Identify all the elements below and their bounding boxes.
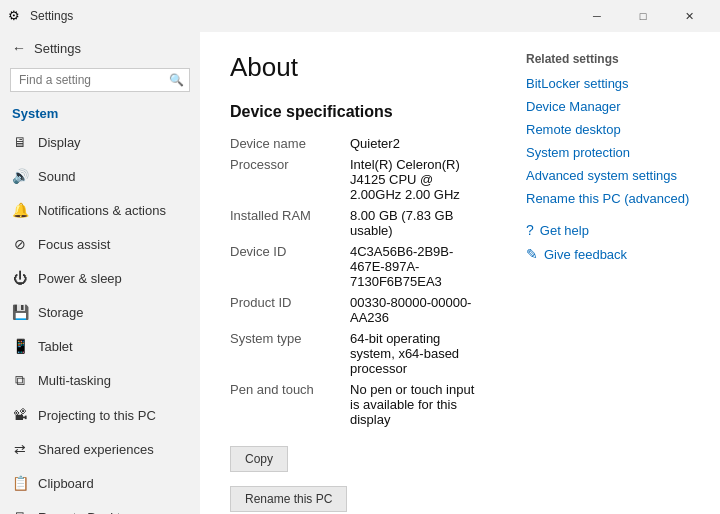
related-link[interactable]: Advanced system settings — [526, 168, 704, 183]
help-icon: ✎ — [526, 246, 538, 262]
sidebar-item-power[interactable]: ⏻ Power & sleep — [0, 261, 200, 295]
sidebar-item-label: Shared experiences — [38, 442, 154, 457]
sidebar-item-notifications[interactable]: 🔔 Notifications & actions — [0, 193, 200, 227]
titlebar-title: Settings — [30, 9, 574, 23]
settings-icon: ⚙ — [8, 8, 24, 24]
close-button[interactable]: ✕ — [666, 0, 712, 32]
titlebar: ⚙ Settings ─ □ ✕ — [0, 0, 720, 32]
sidebar-item-label: Display — [38, 135, 81, 150]
spec-value: Quieter2 — [350, 133, 480, 154]
power-icon: ⏻ — [12, 270, 28, 286]
sidebar-item-tablet[interactable]: 📱 Tablet — [0, 329, 200, 363]
table-row: Device nameQuieter2 — [230, 133, 480, 154]
sidebar-item-clipboard[interactable]: 📋 Clipboard — [0, 466, 200, 500]
sidebar-item-label: Tablet — [38, 339, 73, 354]
sidebar-item-label: Remote Desktop — [38, 510, 135, 515]
related-link[interactable]: System protection — [526, 145, 704, 160]
sidebar-item-label: Focus assist — [38, 237, 110, 252]
related-settings-panel: Related settings BitLocker settingsDevic… — [510, 32, 720, 514]
focus-icon: ⊘ — [12, 236, 28, 252]
sidebar-item-label: Storage — [38, 305, 84, 320]
sidebar: ← Settings 🔍 System 🖥 Display 🔊 Sound 🔔 … — [0, 32, 200, 514]
rename-pc-button[interactable]: Rename this PC — [230, 486, 347, 512]
display-icon: 🖥 — [12, 134, 28, 150]
sidebar-item-sound[interactable]: 🔊 Sound — [0, 159, 200, 193]
help-icon: ? — [526, 222, 534, 238]
help-item[interactable]: ✎Give feedback — [526, 246, 704, 262]
shared-icon: ⇄ — [12, 441, 28, 457]
notifications-icon: 🔔 — [12, 202, 28, 218]
sidebar-item-display[interactable]: 🖥 Display — [0, 125, 200, 159]
sidebar-item-focus[interactable]: ⊘ Focus assist — [0, 227, 200, 261]
maximize-button[interactable]: □ — [620, 0, 666, 32]
spec-value: 4C3A56B6-2B9B-467E-897A-7130F6B75EA3 — [350, 241, 480, 292]
app-container: ← Settings 🔍 System 🖥 Display 🔊 Sound 🔔 … — [0, 32, 720, 514]
table-row: Installed RAM8.00 GB (7.83 GB usable) — [230, 205, 480, 241]
help-label: Give feedback — [544, 247, 627, 262]
related-links: BitLocker settingsDevice ManagerRemote d… — [526, 76, 704, 206]
sidebar-item-multitasking[interactable]: ⧉ Multi-tasking — [0, 363, 200, 398]
spec-label: Installed RAM — [230, 205, 350, 241]
table-row: System type64-bit operating system, x64-… — [230, 328, 480, 379]
sidebar-item-label: Clipboard — [38, 476, 94, 491]
sidebar-item-projecting[interactable]: 📽 Projecting to this PC — [0, 398, 200, 432]
spec-label: Product ID — [230, 292, 350, 328]
sound-icon: 🔊 — [12, 168, 28, 184]
related-link[interactable]: Rename this PC (advanced) — [526, 191, 704, 206]
clipboard-icon: 📋 — [12, 475, 28, 491]
sidebar-item-label: Power & sleep — [38, 271, 122, 286]
projecting-icon: 📽 — [12, 407, 28, 423]
multitasking-icon: ⧉ — [12, 372, 28, 389]
content-area: About Device specifications Device nameQ… — [200, 32, 510, 514]
remote-icon: 🖥 — [12, 509, 28, 514]
spec-label: Pen and touch — [230, 379, 350, 430]
search-box[interactable]: 🔍 — [10, 68, 190, 92]
copy-device-button[interactable]: Copy — [230, 446, 288, 472]
page-title: About — [230, 52, 480, 83]
spec-label: Device ID — [230, 241, 350, 292]
table-row: Device ID4C3A56B6-2B9B-467E-897A-7130F6B… — [230, 241, 480, 292]
table-row: Pen and touchNo pen or touch input is av… — [230, 379, 480, 430]
spec-value: 00330-80000-00000-AA236 — [350, 292, 480, 328]
search-icon: 🔍 — [169, 73, 184, 87]
table-row: ProcessorIntel(R) Celeron(R) J4125 CPU @… — [230, 154, 480, 205]
related-link[interactable]: Remote desktop — [526, 122, 704, 137]
spec-value: 8.00 GB (7.83 GB usable) — [350, 205, 480, 241]
related-settings-title: Related settings — [526, 52, 704, 66]
spec-label: Processor — [230, 154, 350, 205]
sidebar-back-button[interactable]: ← Settings — [0, 32, 200, 64]
sidebar-item-label: Multi-tasking — [38, 373, 111, 388]
sidebar-back-label: Settings — [34, 41, 81, 56]
sidebar-item-label: Projecting to this PC — [38, 408, 156, 423]
spec-value: No pen or touch input is available for t… — [350, 379, 480, 430]
related-help: ?Get help✎Give feedback — [526, 222, 704, 262]
sidebar-section-label: System — [0, 100, 200, 125]
sidebar-item-remote[interactable]: 🖥 Remote Desktop — [0, 500, 200, 514]
search-input[interactable] — [19, 73, 169, 87]
spec-value: 64-bit operating system, x64-based proce… — [350, 328, 480, 379]
spec-label: System type — [230, 328, 350, 379]
sidebar-item-storage[interactable]: 💾 Storage — [0, 295, 200, 329]
spec-value: Intel(R) Celeron(R) J4125 CPU @ 2.00GHz … — [350, 154, 480, 205]
device-specs-title: Device specifications — [230, 103, 480, 121]
window-controls: ─ □ ✕ — [574, 0, 712, 32]
device-specs-table: Device nameQuieter2ProcessorIntel(R) Cel… — [230, 133, 480, 430]
minimize-button[interactable]: ─ — [574, 0, 620, 32]
sidebar-item-shared[interactable]: ⇄ Shared experiences — [0, 432, 200, 466]
spec-label: Device name — [230, 133, 350, 154]
back-arrow-icon: ← — [12, 40, 26, 56]
help-item[interactable]: ?Get help — [526, 222, 704, 238]
sidebar-item-label: Notifications & actions — [38, 203, 166, 218]
related-link[interactable]: Device Manager — [526, 99, 704, 114]
storage-icon: 💾 — [12, 304, 28, 320]
tablet-icon: 📱 — [12, 338, 28, 354]
related-link[interactable]: BitLocker settings — [526, 76, 704, 91]
help-label: Get help — [540, 223, 589, 238]
table-row: Product ID00330-80000-00000-AA236 — [230, 292, 480, 328]
sidebar-item-label: Sound — [38, 169, 76, 184]
